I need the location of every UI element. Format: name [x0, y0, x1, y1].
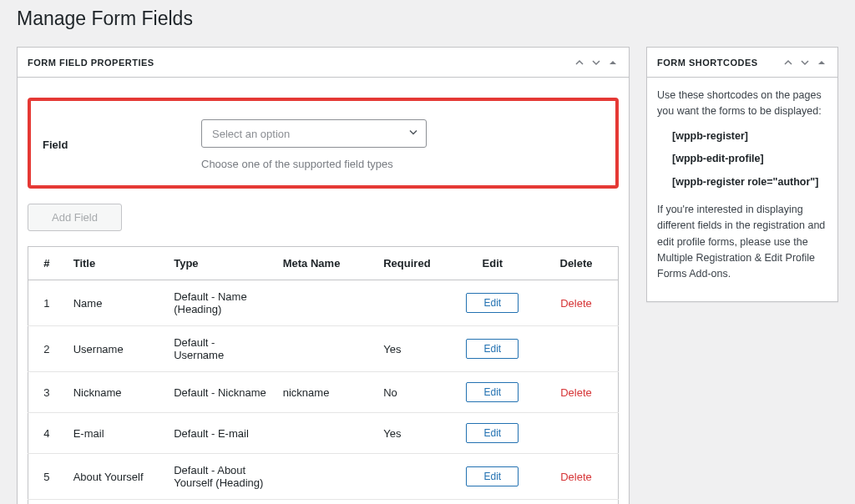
delete-link[interactable]: Delete	[560, 297, 592, 310]
shortcode-item: [wppb-register role="author"]	[672, 174, 827, 190]
field-highlight-box: Field Select an option Choose one of the…	[28, 98, 619, 189]
shortcode-item: [wppb-register]	[672, 129, 827, 144]
edit-button[interactable]: Edit	[466, 466, 519, 486]
edit-button[interactable]: Edit	[466, 382, 519, 402]
cell-title: Name	[65, 280, 166, 326]
cell-title: Nickname	[65, 372, 166, 413]
th-required: Required	[375, 247, 450, 280]
table-row: 1NameDefault - Name (Heading)EditDelete	[28, 280, 619, 326]
chevron-down-icon[interactable]	[799, 57, 811, 68]
field-help-text: Choose one of the supported field types	[201, 158, 604, 170]
cell-meta	[275, 500, 376, 505]
form-shortcodes-panel: FORM SHORTCODES Use these shortcodes on …	[646, 47, 838, 302]
cell-type: Default - Username	[165, 326, 275, 372]
th-title: Title	[65, 247, 166, 280]
edit-button[interactable]: Edit	[466, 293, 519, 313]
cell-num: 3	[28, 372, 65, 413]
cell-required	[375, 280, 450, 326]
cell-title: E-mail	[65, 413, 166, 454]
cell-num: 6	[28, 500, 65, 505]
cell-type: Default - Nickname	[165, 372, 275, 413]
shortcodes-intro: Use these shortcodes on the pages you wa…	[657, 88, 827, 120]
panel-title: FORM FIELD PROPERTIES	[28, 58, 154, 68]
edit-button[interactable]: Edit	[466, 339, 519, 359]
cell-required: Yes	[375, 326, 450, 372]
th-type: Type	[165, 247, 275, 280]
delete-link[interactable]: Delete	[560, 471, 592, 483]
th-num: #	[28, 247, 65, 280]
th-delete: Delete	[534, 247, 618, 280]
chevron-down-icon[interactable]	[590, 57, 602, 68]
th-edit: Edit	[451, 247, 534, 280]
cell-meta: nickname	[275, 372, 376, 413]
cell-title: About Yourself	[65, 454, 166, 500]
table-row: 3NicknameDefault - NicknamenicknameNoEdi…	[28, 372, 619, 413]
edit-button[interactable]: Edit	[466, 423, 519, 443]
cell-num: 5	[28, 454, 65, 500]
panel-title: FORM SHORTCODES	[657, 58, 758, 68]
table-row: 2UsernameDefault - UsernameYesEdit	[28, 326, 619, 372]
table-row: 5About YourselfDefault - About Yourself …	[28, 454, 619, 500]
cell-required: No	[375, 372, 450, 413]
chevron-up-icon[interactable]	[782, 57, 794, 68]
fields-table: # Title Type Meta Name Required Edit Del…	[28, 246, 619, 504]
cell-required: Yes	[375, 413, 450, 454]
cell-type: Default - E-mail	[165, 413, 275, 454]
add-field-button[interactable]: Add Field	[28, 204, 122, 231]
shortcode-item: [wppb-edit-profile]	[672, 151, 827, 167]
cell-type: Default - About Yourself (Heading)	[165, 454, 275, 500]
table-row: 6AgeDefault - PasswordEdit	[28, 500, 619, 505]
cell-num: 2	[28, 326, 65, 372]
shortcodes-outro: If you're interested in displaying diffe…	[657, 202, 827, 283]
cell-meta	[275, 413, 376, 454]
field-label: Field	[43, 139, 185, 151]
cell-required	[375, 454, 450, 500]
collapse-icon[interactable]	[816, 57, 827, 68]
cell-title: Username	[65, 326, 166, 372]
field-type-select[interactable]: Select an option	[201, 119, 427, 148]
cell-meta	[275, 280, 376, 326]
cell-type: Default - Password	[165, 500, 275, 505]
cell-meta	[275, 454, 376, 500]
cell-num: 4	[28, 413, 65, 454]
th-meta: Meta Name	[275, 247, 376, 280]
form-field-properties-panel: FORM FIELD PROPERTIES Field	[17, 47, 630, 504]
chevron-up-icon[interactable]	[574, 57, 585, 68]
cell-title: Age	[65, 500, 166, 505]
collapse-icon[interactable]	[607, 57, 619, 68]
cell-required	[375, 500, 450, 505]
cell-type: Default - Name (Heading)	[165, 280, 275, 326]
cell-meta	[275, 326, 376, 372]
page-title: Manage Form Fields	[17, 0, 838, 47]
table-row: 4E-mailDefault - E-mailYesEdit	[28, 413, 619, 454]
delete-link[interactable]: Delete	[560, 386, 592, 399]
cell-num: 1	[28, 280, 65, 326]
